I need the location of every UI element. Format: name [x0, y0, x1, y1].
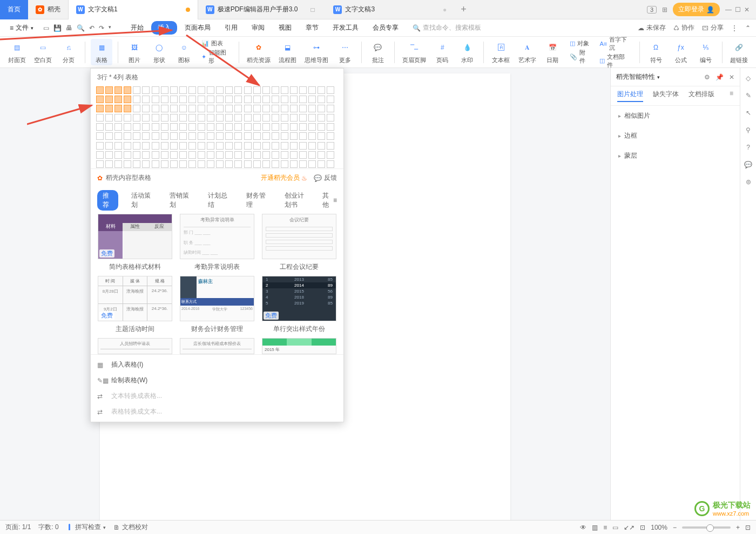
grid-cell[interactable] [105, 86, 113, 94]
grid-cell[interactable] [299, 123, 307, 131]
tab-dev[interactable]: 开发工具 [326, 21, 365, 35]
grid-cell[interactable] [207, 105, 214, 112]
rp-section-border[interactable]: ▸边框 [611, 126, 740, 146]
grid-cell[interactable] [96, 142, 104, 150]
grid-cell[interactable] [244, 151, 252, 159]
grid-cell[interactable] [124, 160, 131, 168]
grid-cell[interactable] [281, 123, 288, 131]
action-draw-table[interactable]: ✎▦绘制表格(W) [91, 373, 343, 388]
grid-cell[interactable] [198, 105, 205, 112]
grid-cell[interactable] [170, 86, 178, 94]
zoom-value[interactable]: 100% [651, 524, 667, 531]
btn-cover[interactable]: ▤封面页 [5, 39, 29, 65]
feedback-link[interactable]: 💬 反馈 [314, 173, 337, 182]
grid-cell[interactable] [281, 132, 288, 140]
grid-cell[interactable] [327, 114, 334, 121]
grid-cell[interactable] [198, 123, 205, 131]
btn-pic[interactable]: 🖼图片 [124, 39, 145, 65]
qat-save-icon[interactable]: 💾 [53, 24, 62, 32]
grid-cell[interactable] [234, 96, 242, 103]
grid-cell[interactable] [96, 132, 104, 140]
grid-cell[interactable] [262, 96, 270, 103]
grid-cell[interactable] [216, 160, 224, 168]
tab-close-icon[interactable]: □ [310, 6, 318, 13]
grid-cell[interactable] [124, 132, 131, 140]
action-insert-table[interactable]: ▦插入表格(I) [91, 357, 343, 373]
grid-cell[interactable] [114, 160, 122, 168]
view-read-icon[interactable]: ↙↗ [624, 524, 634, 531]
grid-cell[interactable] [290, 114, 298, 121]
grid-cell[interactable] [105, 123, 113, 131]
grid-cell[interactable] [114, 86, 122, 94]
btn-icon[interactable]: ☺图标 [173, 39, 195, 65]
grid-cell[interactable] [216, 151, 224, 159]
grid-cell[interactable] [290, 160, 298, 168]
grid-cell[interactable] [170, 151, 178, 159]
grid-cell[interactable] [308, 151, 316, 159]
grid-cell[interactable] [161, 86, 168, 94]
grid-cell[interactable] [216, 86, 224, 94]
btn-drop[interactable]: A≡首字下沉 [599, 36, 630, 52]
qat-preview-icon[interactable]: 🔍 [77, 24, 85, 32]
btn-table[interactable]: ▦表格 [91, 39, 112, 65]
rp-tab-layout[interactable]: 文档排版 [688, 90, 714, 102]
zoom-slider[interactable] [682, 526, 731, 529]
grid-cell[interactable] [290, 132, 298, 140]
grid-cell[interactable] [179, 123, 187, 131]
grid-cell[interactable] [114, 105, 122, 112]
grid-cell[interactable] [290, 142, 298, 150]
zoom-in-icon[interactable]: + [736, 524, 740, 531]
grid-cell[interactable] [161, 151, 168, 159]
grid-cell[interactable] [262, 123, 270, 131]
grid-cell[interactable] [299, 96, 307, 103]
grid-cell[interactable] [161, 105, 168, 112]
grid-cell[interactable] [188, 114, 196, 121]
qat-print-icon[interactable]: 🖶 [66, 24, 72, 32]
grid-cell[interactable] [198, 114, 205, 121]
grid-cell[interactable] [207, 114, 214, 121]
grid-cell[interactable] [253, 96, 261, 103]
grid-cell[interactable] [308, 96, 316, 103]
grid-cell[interactable] [253, 151, 261, 159]
grid-cell[interactable] [281, 86, 288, 94]
grid-cell[interactable] [244, 160, 252, 168]
grid-cell[interactable] [124, 123, 131, 131]
tab-insert[interactable]: 插入 [151, 21, 177, 35]
grid-cell[interactable] [96, 151, 104, 159]
grid-cell[interactable] [207, 132, 214, 140]
grid-cell[interactable] [244, 142, 252, 150]
more-icon[interactable]: ≡ [730, 90, 733, 102]
btn-mind[interactable]: ⊶思维导图 [302, 39, 331, 65]
btn-pageno[interactable]: #页码 [431, 39, 453, 65]
grid-cell[interactable] [308, 123, 316, 131]
btn-wm[interactable]: 💧水印 [456, 39, 478, 65]
grid-cell[interactable] [234, 123, 242, 131]
grid-cell[interactable] [272, 114, 279, 121]
grid-cell[interactable] [318, 114, 325, 121]
grid-cell[interactable] [318, 151, 325, 159]
tpl-tab-2[interactable]: 营销策划 [164, 190, 195, 211]
tab-home[interactable]: 首页 [0, 0, 28, 19]
diamond-icon[interactable]: ◇ [746, 75, 751, 82]
grid-cell[interactable] [152, 151, 159, 159]
grid-cell[interactable] [272, 86, 279, 94]
grid-cell[interactable] [161, 114, 168, 121]
grid-cell[interactable] [234, 142, 242, 150]
grid-cell[interactable] [188, 160, 196, 168]
grid-cell[interactable] [188, 132, 196, 140]
rp-tab-image[interactable]: 图片处理 [617, 90, 643, 102]
cursor-icon[interactable]: ↖ [746, 109, 751, 117]
grid-cell[interactable] [96, 114, 104, 121]
grid-cell[interactable] [225, 160, 233, 168]
grid-cell[interactable] [152, 105, 159, 112]
grid-cell[interactable] [244, 105, 252, 112]
grid-cell[interactable] [124, 114, 131, 121]
grid-cell[interactable] [216, 114, 224, 121]
grid-cell[interactable] [290, 123, 298, 131]
btn-smart[interactable]: ✦智能图形 [201, 49, 230, 65]
template-item[interactable]: 免费 12013852201489320155642018895201985 单… [260, 276, 338, 334]
collapse-ribbon-icon[interactable]: ⌃ [745, 24, 751, 32]
apps-icon[interactable]: ⊞ [662, 6, 667, 13]
grid-cell[interactable] [234, 86, 242, 94]
grid-cell[interactable] [170, 123, 178, 131]
